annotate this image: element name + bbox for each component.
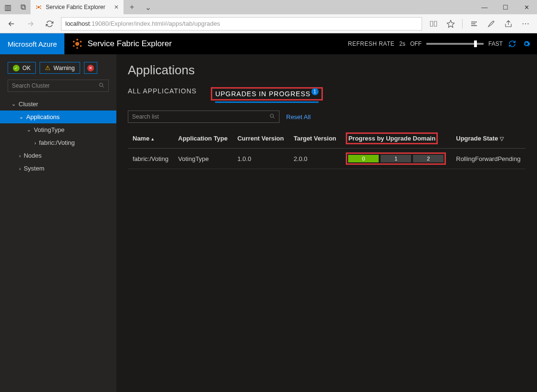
tab-chevron-icon[interactable]: ⌄: [140, 3, 156, 12]
sf-favicon-icon: [35, 4, 42, 10]
chevron-down-icon: ⌄: [11, 101, 16, 107]
filter-error-button[interactable]: ✕: [84, 62, 97, 74]
col-name[interactable]: Name▲: [128, 129, 174, 149]
search-placeholder: Search Cluster: [12, 82, 50, 89]
table-row: fabric:/Voting VotingType 1.0.0 2.0.0 0 …: [128, 149, 526, 169]
tree-nodes[interactable]: › Nodes: [0, 149, 116, 162]
browser-tab-title: Service Fabric Explorer: [46, 4, 105, 10]
sf-brand: Service Fabric Explorer: [64, 39, 179, 49]
minimize-button[interactable]: —: [474, 0, 495, 14]
svg-point-0: [38, 6, 40, 9]
svg-point-13: [270, 114, 274, 117]
tree-cluster[interactable]: ⌄ Cluster: [0, 98, 116, 111]
svg-point-5: [75, 42, 79, 46]
search-icon: [99, 82, 104, 90]
tree-system[interactable]: › System: [0, 162, 116, 175]
reading-view-icon[interactable]: [426, 16, 441, 31]
highlight-upgrades-tab: UPGRADES IN PROGRESS1: [211, 87, 323, 101]
col-progress[interactable]: Progress by Upgrade Domain: [341, 129, 451, 149]
hub-icon[interactable]: [466, 16, 482, 31]
filter-ok-label: OK: [22, 65, 31, 71]
svg-point-9: [80, 45, 82, 47]
svg-point-6: [73, 41, 75, 43]
chevron-down-icon: ⌄: [27, 127, 31, 133]
svg-point-2: [40, 6, 41, 7]
refresh-slider[interactable]: [426, 43, 484, 45]
error-icon: ✕: [87, 65, 94, 71]
browser-titlebar: ▥ ⧉ Service Fabric Explorer ✕ + ⌄ — ☐ ✕: [0, 0, 537, 14]
svg-point-1: [36, 6, 37, 7]
new-tab-button[interactable]: +: [124, 3, 140, 11]
content-area: Applications ALL APPLICATIONS UPGRADES I…: [116, 54, 537, 392]
tree-voting-app[interactable]: › fabric:/Voting: [0, 136, 116, 149]
close-window-button[interactable]: ✕: [516, 0, 537, 14]
chevron-right-icon: ›: [19, 166, 21, 171]
slider-thumb[interactable]: [474, 40, 477, 47]
tab-upgrades-in-progress[interactable]: UPGRADES IN PROGRESS1: [215, 90, 319, 103]
cell-name[interactable]: fabric:/Voting: [128, 149, 174, 169]
back-button[interactable]: [4, 16, 19, 31]
col-upgrade-state[interactable]: Upgrade State▽: [451, 129, 526, 149]
svg-point-11: [77, 47, 79, 49]
chevron-right-icon: ›: [19, 153, 21, 159]
chevron-down-icon: ⌄: [19, 114, 23, 120]
highlight-progress-header: Progress by Upgrade Domain: [346, 132, 438, 144]
slider-fast-label: FAST: [488, 40, 503, 47]
col-current-version[interactable]: Current Version: [233, 129, 289, 149]
refresh-now-icon[interactable]: [507, 39, 517, 49]
cell-current-version: 1.0.0: [233, 149, 289, 169]
col-app-type[interactable]: Application Type: [174, 129, 233, 149]
cell-app-type[interactable]: VotingType: [174, 149, 233, 169]
cell-progress: 0 1 2: [341, 149, 451, 169]
reset-all-link[interactable]: Reset All: [286, 113, 310, 121]
search-list-input[interactable]: Search list: [128, 111, 279, 123]
highlight-progress-cell: 0 1 2: [346, 152, 446, 165]
warning-icon: ⚠: [45, 64, 51, 71]
tree-applications[interactable]: ⌄ Applications: [0, 111, 116, 123]
chevron-right-icon: ›: [34, 140, 36, 146]
applications-table: Name▲ Application Type Current Version T…: [128, 129, 526, 169]
favorite-icon[interactable]: [443, 16, 458, 31]
browser-tab[interactable]: Service Fabric Explorer ✕: [31, 0, 124, 14]
app-title: Service Fabric Explorer: [87, 39, 172, 49]
refresh-button[interactable]: [42, 16, 57, 31]
cell-target-version: 2.0.0: [289, 149, 341, 169]
app-header: Microsoft Azure Service Fabric Explorer …: [0, 33, 537, 54]
url-input[interactable]: localhost:19080/Explorer/index.html#/app…: [61, 17, 422, 30]
slider-off-label: OFF: [410, 40, 422, 47]
svg-point-8: [73, 45, 75, 47]
settings-icon[interactable]: [522, 39, 531, 49]
search-list-placeholder: Search list: [132, 113, 159, 120]
tabs: ALL APPLICATIONS UPGRADES IN PROGRESS1: [128, 87, 526, 101]
svg-point-12: [100, 83, 103, 86]
forward-button[interactable]: [23, 16, 38, 31]
upgrades-badge: 1: [311, 88, 319, 95]
browser-address-bar: localhost:19080/Explorer/index.html#/app…: [0, 14, 537, 33]
svg-point-10: [77, 39, 79, 40]
share-icon[interactable]: [501, 16, 516, 31]
col-target-version[interactable]: Target Version: [289, 129, 341, 149]
url-host: localhost: [65, 20, 90, 27]
close-tab-icon[interactable]: ✕: [114, 4, 119, 10]
search-cluster-input[interactable]: Search Cluster: [8, 80, 109, 92]
refresh-rate-value: 2s: [399, 40, 405, 47]
tab-all-applications[interactable]: ALL APPLICATIONS: [128, 87, 196, 101]
svg-point-7: [80, 41, 82, 43]
azure-brand[interactable]: Microsoft Azure: [0, 33, 64, 54]
upgrade-domain-2: 2: [413, 155, 444, 162]
tab-actions-icon[interactable]: ▥: [0, 0, 15, 14]
filter-ok-button[interactable]: ✓ OK: [8, 62, 36, 74]
ok-icon: ✓: [13, 65, 20, 71]
notes-icon[interactable]: [484, 16, 499, 31]
upgrade-domain-1: 1: [381, 155, 411, 162]
maximize-button[interactable]: ☐: [495, 0, 516, 14]
filter-icon[interactable]: ▽: [500, 136, 504, 141]
tree-votingtype[interactable]: ⌄ VotingType: [0, 123, 116, 136]
filter-warning-button[interactable]: ⚠ Warning: [40, 62, 80, 74]
refresh-rate-label: REFRESH RATE: [348, 40, 395, 47]
upgrade-domain-0: 0: [348, 155, 379, 162]
more-icon[interactable]: ⋯: [518, 16, 533, 31]
tab-preview-icon[interactable]: ⧉: [15, 0, 31, 14]
sf-logo-icon: [72, 39, 83, 49]
sidebar: ✓ OK ⚠ Warning ✕ Search Cluster ⌄ Cluste…: [0, 54, 116, 392]
